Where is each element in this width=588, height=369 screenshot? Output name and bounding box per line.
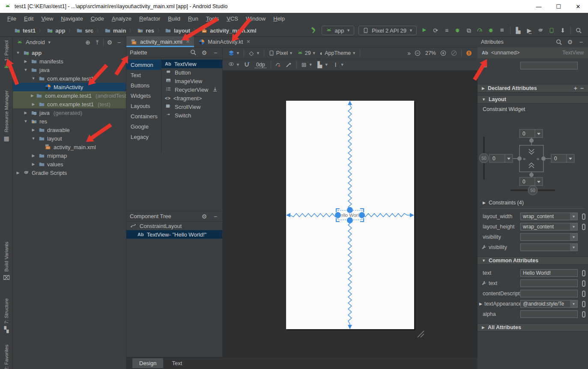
theme-select[interactable]: ◐AppTheme▼ [320,50,356,56]
menu-build[interactable]: Build [164,14,184,23]
tree-item-mainactivity[interactable]: MainActivity [13,83,126,91]
build-hammer-button[interactable] [310,27,317,34]
tree-item-package[interactable]: ▼com.example.test1 [13,74,126,83]
close-tab-icon[interactable]: ✕ [186,39,190,45]
tree-item-app[interactable]: ▼app [13,48,126,57]
run-button[interactable] [421,27,428,34]
api-level-select[interactable]: 29▼ [297,50,316,57]
component-constraintlayout[interactable]: ConstraintLayout [126,222,222,230]
section-all-attributes[interactable]: ▶All Attributes [478,323,588,332]
menu-edit[interactable]: Edit [20,14,37,23]
menu-file[interactable]: File [3,14,20,23]
breadcrumb-app[interactable]: app [46,27,65,34]
clear-constraints-icon[interactable] [275,61,282,68]
constraint-widget[interactable]: » « 0 0 0 [478,113,588,199]
zoom-to-fit-icon[interactable] [451,50,457,57]
menu-code[interactable]: Code [87,14,108,23]
menu-analyze[interactable]: Analyze [108,14,135,23]
device-select[interactable]: Pixel▼ [268,50,293,57]
pack-select[interactable]: Ⅰ▼ [332,61,344,68]
breadcrumb-activity-main-xml[interactable]: <>activity_main.xml [201,27,256,34]
errors-warnings-icon[interactable] [466,50,472,57]
autoconnect-icon[interactable] [244,61,251,68]
download-icon[interactable] [212,86,219,93]
palette-item-imageview[interactable]: ImageView [161,77,222,85]
add-attribute-button[interactable]: + [574,85,577,91]
palette-item-button[interactable]: Button [161,68,222,77]
capture-layout-icon[interactable]: ▙ [515,27,522,34]
tree-item-gradle-scripts[interactable]: ▶Gradle Scripts [13,168,126,177]
search-icon[interactable] [190,49,197,56]
palette-category-common[interactable]: Common [126,60,161,70]
visibility-select[interactable]: ▼ [520,233,578,241]
hide-panel-icon[interactable]: − [116,39,122,46]
palette-item-switch[interactable]: Switch [161,111,222,120]
align-select[interactable]: ▙▼ [316,61,328,68]
gear-icon[interactable]: ⚙ [106,39,113,46]
hide-panel-icon[interactable]: − [212,49,219,56]
sdk-manager-icon[interactable]: ⬇ [559,27,566,34]
tab-text[interactable]: Text [165,358,189,368]
menu-navigate[interactable]: Navigate [57,14,87,23]
infer-constraints-icon[interactable] [286,61,293,68]
section-declared-attributes[interactable]: ▶Declared Attributes + − [478,84,588,93]
section-constraints[interactable]: ▶Constraints (4) [478,200,588,206]
menu-refactor[interactable]: Refactor [135,14,164,23]
section-layout[interactable]: ▼Layout [478,95,588,104]
apply-code-changes-icon[interactable]: ≡ [443,27,450,34]
palette-item-textview[interactable]: AbTextView [161,60,222,68]
menu-view[interactable]: View [37,14,57,23]
toggle-favorite-icon[interactable] [582,280,585,287]
text-appearance-select[interactable]: @android:style/Te▼ [520,300,578,308]
maximize-button[interactable]: ☐ [549,0,568,13]
alpha-input[interactable] [520,310,578,318]
menu-run[interactable]: Run [184,14,202,23]
palette-item-fragment[interactable]: <><fragment> [161,94,222,102]
hide-panel-icon[interactable]: − [212,213,219,220]
minimize-button[interactable]: — [529,0,549,13]
palette-category-layouts[interactable]: Layouts [126,101,161,111]
tools-visibility-select[interactable]: ▼ [520,243,578,251]
search-icon[interactable] [555,39,562,45]
toggle-favorite-icon[interactable] [582,311,585,318]
tree-item-package-test[interactable]: ▶com.example.test1(test) [13,100,126,108]
tree-item-activity-main-xml[interactable]: <>activity_main.xml [13,143,126,151]
gradle-sync-icon[interactable] [537,27,544,34]
palette-category-legacy[interactable]: Legacy [126,132,161,142]
tool-window-favorites[interactable]: 2: Favorites ★ [0,345,13,369]
project-view-select[interactable]: Android [26,39,45,45]
vertical-bias-slider[interactable]: 50 [479,153,489,163]
palette-category-buttons[interactable]: Buttons [126,80,161,90]
tab-design[interactable]: Design [132,358,163,368]
view-options-select[interactable]: ▼ [228,61,240,68]
tab-activity-main-xml[interactable]: <> activity_main.xml ✕ [126,36,194,47]
tree-item-drawable[interactable]: ▶drawable [13,126,126,134]
horizontal-bias-slider[interactable]: 50 [528,186,537,195]
breadcrumb-res[interactable]: res [137,27,154,34]
breadcrumb-main[interactable]: main [104,27,126,34]
section-common-attributes[interactable]: ▼Common Attributes [478,256,588,265]
hide-panel-icon[interactable]: − [578,39,585,45]
overflow-chevrons[interactable]: » [407,50,411,56]
close-tab-icon[interactable]: ✕ [246,39,250,45]
tree-item-values[interactable]: ▶values [13,160,126,168]
remove-attribute-button[interactable]: − [580,85,584,91]
palette-category-text[interactable]: Text [126,70,161,80]
debug-button[interactable] [454,27,461,34]
layout-height-select[interactable]: wrap_content▼ [520,223,578,231]
id-input[interactable] [520,62,578,69]
palette-category-widgets[interactable]: Widgets [126,90,161,101]
content-description-input[interactable] [520,290,578,297]
margin-bottom-select[interactable]: 0 [519,177,543,186]
palette-item-scrollview[interactable]: ScrollView [161,102,222,111]
gear-icon[interactable]: ⚙ [201,49,208,56]
palette-category-google[interactable]: Google [126,121,161,132]
tree-item-layout[interactable]: ▼layout [13,134,126,143]
zoom-out-icon[interactable] [415,50,421,57]
breadcrumb-layout[interactable]: layout [165,27,190,34]
palette-category-containers[interactable]: Containers [126,111,161,121]
avd-manager-icon[interactable] [548,27,555,34]
gear-icon[interactable]: ⚙ [201,213,208,220]
toggle-favorite-icon[interactable] [582,291,585,297]
margin-right-select[interactable]: 0 [551,154,574,162]
